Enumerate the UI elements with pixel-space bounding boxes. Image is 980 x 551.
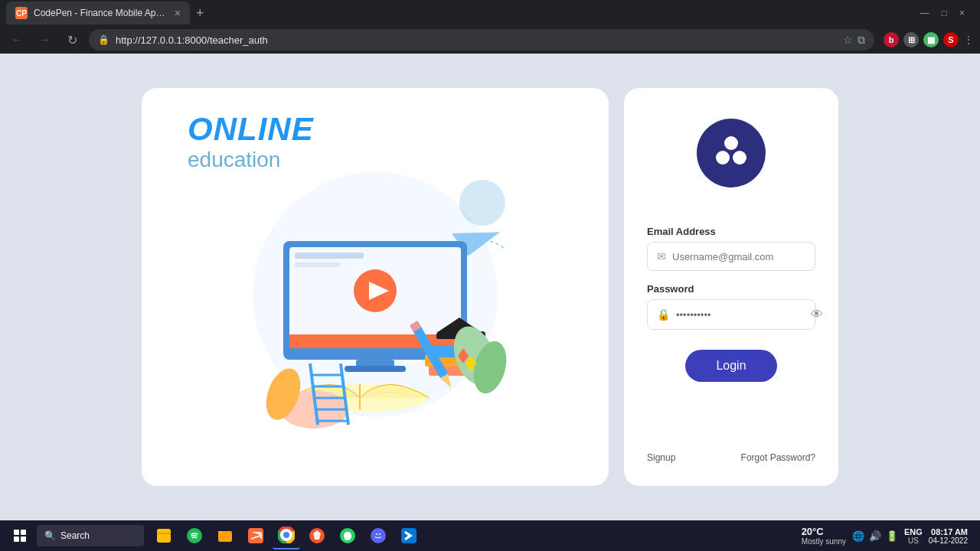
weather: 20°C Mostly sunny: [802, 526, 846, 546]
email-label: Email Address: [647, 226, 815, 237]
logo: [697, 119, 766, 187]
education-illustration: [191, 142, 559, 463]
close-button[interactable]: ×: [959, 8, 965, 18]
window-controls: — □ ×: [920, 8, 974, 18]
address-actions: ☆ ⧉: [843, 34, 865, 47]
forward-button[interactable]: →: [34, 29, 55, 51]
windows-logo: [14, 530, 26, 542]
taskbar-app-chrome[interactable]: [273, 522, 300, 549]
clock-date: 04-12-2022: [929, 536, 968, 545]
svg-point-39: [716, 151, 730, 165]
password-input-wrapper: 🔒 👁: [647, 299, 815, 330]
edu-text: ONLINE education: [188, 111, 314, 172]
password-label: Password: [647, 283, 815, 295]
login-button[interactable]: Login: [685, 350, 776, 382]
email-icon: ✉: [657, 250, 666, 262]
back-button[interactable]: ←: [6, 29, 28, 51]
email-form-group: Email Address ✉: [647, 226, 815, 271]
logo-icon: [712, 132, 750, 174]
more-options-icon[interactable]: ⋮: [963, 34, 974, 46]
browser-chrome: CP CodePen - Finance Mobile Appl... × + …: [0, 0, 980, 54]
address-bar-row: ← → ↻ 🔒 http://127.0.0.1:8000/teacher_au…: [0, 26, 980, 54]
auth-links: Signup Forgot Password?: [647, 452, 815, 463]
online-label: ONLINE: [188, 111, 314, 148]
network-icon[interactable]: 🌐: [852, 530, 864, 542]
taskbar-app-vscode[interactable]: [395, 522, 423, 549]
weather-condition: Mostly sunny: [802, 537, 846, 546]
left-card: ONLINE education: [142, 88, 609, 486]
sys-tray: 🌐 🔊 🔋: [852, 530, 898, 542]
eye-icon[interactable]: 👁: [811, 308, 823, 321]
illustration: ONLINE education: [142, 88, 609, 486]
right-card: Email Address ✉ Password 🔒 👁 Login Signu…: [624, 88, 838, 486]
svg-point-1: [459, 180, 505, 226]
volume-icon[interactable]: 🔊: [869, 530, 881, 542]
svg-point-48: [283, 532, 289, 538]
active-tab[interactable]: CP CodePen - Finance Mobile Appl... ×: [6, 2, 190, 24]
profile-icon[interactable]: S: [943, 32, 959, 47]
taskbar-app-whatsapp[interactable]: [334, 522, 361, 549]
temperature: 20°C: [802, 526, 846, 537]
tab-bar: CP CodePen - Finance Mobile Appl... × + …: [0, 0, 980, 26]
search-label: Search: [60, 530, 90, 541]
svg-rect-12: [345, 366, 406, 372]
brave-ext-icon[interactable]: b: [884, 32, 899, 47]
taskbar-app-explorer[interactable]: [150, 522, 178, 549]
clock: 08:17 AM 04-12-2022: [929, 527, 968, 545]
language-indicator: ENG US: [904, 527, 923, 545]
taskbar-app-brave[interactable]: [303, 522, 331, 549]
battery-icon[interactable]: 🔋: [886, 530, 898, 542]
page-content: ONLINE education: [0, 54, 980, 520]
maximize-button[interactable]: □: [942, 8, 947, 18]
tab-title: CodePen - Finance Mobile Appl...: [34, 8, 168, 18]
svg-rect-41: [157, 529, 171, 543]
taskbar-search[interactable]: 🔍 Search: [37, 525, 144, 546]
ext-puzzle-icon[interactable]: ⊞: [903, 32, 919, 47]
taskbar-app-files[interactable]: [211, 522, 239, 549]
ext-grid-icon[interactable]: ▦: [923, 32, 939, 47]
forgot-password-link[interactable]: Forgot Password?: [741, 452, 815, 463]
taskbar-app-discord[interactable]: [364, 522, 392, 549]
minimize-button[interactable]: —: [920, 8, 929, 18]
email-input[interactable]: [672, 251, 805, 262]
lock-icon: 🔒: [657, 308, 670, 321]
extensions-icon[interactable]: ⧉: [858, 34, 865, 47]
svg-point-52: [371, 528, 386, 543]
svg-rect-42: [157, 533, 171, 534]
signup-link[interactable]: Signup: [647, 452, 675, 463]
bookmark-icon[interactable]: ☆: [843, 34, 853, 46]
svg-point-40: [733, 151, 746, 165]
svg-rect-8: [295, 262, 341, 267]
start-button[interactable]: [6, 522, 34, 549]
tab-favicon: CP: [15, 7, 28, 19]
url-display: http://127.0.0.1:8000/teacher_auth: [116, 34, 837, 46]
taskbar: 🔍 Search: [0, 520, 980, 551]
svg-point-38: [724, 136, 738, 150]
education-label: education: [188, 148, 314, 172]
taskbar-app-sublime[interactable]: [242, 522, 270, 549]
taskbar-app-spotify[interactable]: [181, 522, 208, 549]
taskbar-sys: 20°C Mostly sunny 🌐 🔊 🔋 ENG US 08:17 AM …: [802, 526, 974, 546]
security-lock-icon: 🔒: [98, 34, 109, 45]
address-bar[interactable]: 🔒 http://127.0.0.1:8000/teacher_auth ☆ ⧉: [89, 29, 874, 51]
password-input[interactable]: [676, 309, 805, 321]
refresh-button[interactable]: ↻: [61, 29, 83, 51]
browser-extensions: b ⊞ ▦ S ⋮: [884, 32, 974, 47]
clock-time: 08:17 AM: [929, 527, 968, 536]
tab-close-icon[interactable]: ×: [175, 7, 181, 19]
password-form-group: Password 🔒 👁: [647, 283, 815, 330]
search-icon: 🔍: [44, 530, 56, 541]
email-input-wrapper: ✉: [647, 242, 815, 271]
new-tab-button[interactable]: +: [193, 2, 207, 24]
svg-rect-7: [295, 253, 364, 259]
taskbar-apps: [150, 522, 423, 549]
